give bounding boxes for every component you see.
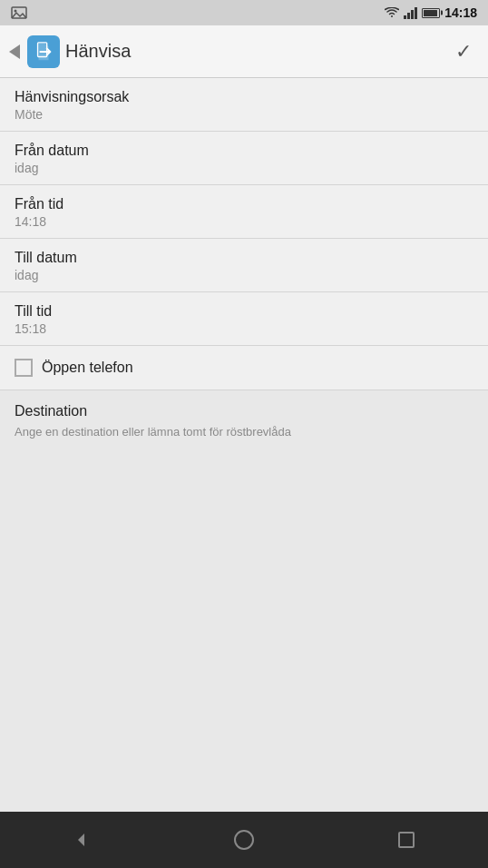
wifi-icon <box>385 7 399 19</box>
hanvisningsorsak-subtitle: Möte <box>15 107 473 122</box>
app-bar-title: Hänvisa <box>65 41 448 62</box>
content-area: Hänvisningsorsak Möte Från datum idag Fr… <box>0 78 488 812</box>
battery-icon <box>422 8 440 18</box>
hanvisningsorsak-title: Hänvisningsorsak <box>15 89 473 105</box>
back-button[interactable] <box>9 44 20 59</box>
till-tid-title: Till tid <box>15 303 473 320</box>
destination-title: Destination <box>15 403 473 419</box>
back-arrow-icon <box>9 44 20 59</box>
forward-call-icon <box>34 42 54 62</box>
list-item-hanvisningsorsak[interactable]: Hänvisningsorsak Möte <box>0 78 488 132</box>
destination-subtitle: Ange en destination eller lämna tomt för… <box>15 425 473 439</box>
app-icon <box>27 35 60 68</box>
status-bar: 14:18 <box>0 0 488 25</box>
status-bar-left <box>11 5 379 20</box>
signal-bars <box>404 6 417 19</box>
nav-back-button[interactable] <box>54 822 109 858</box>
till-datum-title: Till datum <box>15 250 473 266</box>
destination-section[interactable]: Destination Ange en destination eller lä… <box>0 390 488 448</box>
nav-back-icon <box>71 829 93 851</box>
list-item-till-tid[interactable]: Till tid 15:18 <box>0 292 488 346</box>
till-tid-subtitle: 15:18 <box>15 321 473 336</box>
nav-recents-button[interactable] <box>379 822 434 858</box>
list-item-till-datum[interactable]: Till datum idag <box>0 239 488 292</box>
confirm-button[interactable]: ✓ <box>448 33 479 71</box>
status-bar-right: 14:18 <box>385 5 477 20</box>
list-item-fran-datum[interactable]: Från datum idag <box>0 132 488 185</box>
till-datum-subtitle: idag <box>15 268 473 282</box>
status-time: 14:18 <box>444 5 477 20</box>
fran-datum-subtitle: idag <box>15 161 473 175</box>
svg-marker-4 <box>78 833 84 846</box>
oppen-telefon-checkbox-item[interactable]: Öppen telefon <box>0 346 488 390</box>
nav-home-button[interactable] <box>217 822 271 858</box>
checkbox-oppen-telefon[interactable] <box>15 359 33 377</box>
nav-recents-icon <box>398 832 415 848</box>
list-item-fran-tid[interactable]: Från tid 14:18 <box>0 185 488 239</box>
fran-tid-subtitle: 14:18 <box>15 214 473 229</box>
image-icon <box>11 5 27 20</box>
fran-tid-title: Från tid <box>15 196 473 212</box>
oppen-telefon-label: Öppen telefon <box>42 360 133 376</box>
nav-home-icon <box>234 830 254 850</box>
fran-datum-title: Från datum <box>15 143 473 159</box>
bottom-nav <box>0 812 488 868</box>
app-bar: Hänvisa ✓ <box>0 25 488 78</box>
